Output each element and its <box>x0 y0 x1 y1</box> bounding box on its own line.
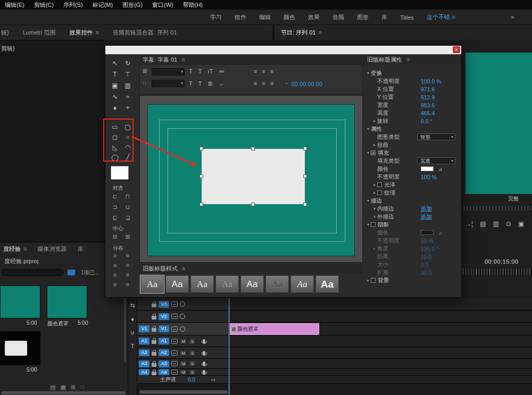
track-header[interactable]: A3A3MS <box>137 359 229 368</box>
playhead[interactable] <box>229 298 229 395</box>
property-row[interactable]: 不透明度50 % <box>364 237 461 245</box>
lock-icon[interactable] <box>152 363 156 367</box>
disclosure-icon[interactable]: ▸ <box>372 182 377 187</box>
track-target-button[interactable]: A1 <box>159 338 169 344</box>
track-settings-icon[interactable] <box>171 350 178 356</box>
title-style-swatch[interactable]: Aa <box>215 275 239 293</box>
center-vertical-icon[interactable]: ⊞ <box>125 233 130 240</box>
disclosure-icon[interactable]: ▾ <box>365 71 371 75</box>
type-tool-icon[interactable]: T <box>109 70 121 79</box>
title-style-swatch[interactable]: Aa <box>315 275 339 293</box>
track-output-icon[interactable] <box>180 314 185 319</box>
vertical-type-tool-icon[interactable]: ⊤ <box>122 70 134 79</box>
track-header[interactable]: A2A2MS <box>137 347 229 358</box>
menu-item[interactable]: 标记(M) <box>88 1 118 9</box>
dropdown[interactable]: 矩形▾ <box>417 133 455 140</box>
distribute-vertical-center-icon[interactable]: ≡ <box>124 264 131 267</box>
checkbox[interactable] <box>377 182 382 187</box>
property-row[interactable]: X 位置971.6 <box>364 85 461 93</box>
center-horizontal-icon[interactable]: ⊟ <box>112 233 117 240</box>
mic-icon[interactable] <box>203 362 205 366</box>
align-horizontal-left-icon[interactable]: ⊏ <box>112 193 117 200</box>
resize-handle[interactable] <box>303 174 307 178</box>
tab-audio-clip-mixer[interactable]: 音频剪辑混合器: 序列 01 <box>113 29 177 37</box>
drawn-rectangle[interactable] <box>202 149 305 204</box>
bold-icon[interactable]: T <box>189 68 193 74</box>
disclosure-icon[interactable]: ▸ <box>372 190 377 195</box>
add-stroke-link[interactable]: 添加 <box>421 205 432 213</box>
align-horizontal-right-icon[interactable]: ⊑ <box>112 214 117 221</box>
fit-label[interactable]: 完整 <box>508 195 519 203</box>
leading-icon[interactable]: ≣ <box>207 80 212 87</box>
mic-icon[interactable] <box>203 339 205 343</box>
solo-button[interactable]: S <box>189 338 196 344</box>
lock-icon[interactable] <box>152 316 156 320</box>
disclosure-icon[interactable]: ▸ <box>365 278 371 283</box>
tracking-icon[interactable]: ↔ <box>219 80 225 87</box>
tab-stops-icon[interactable]: ≡ <box>254 80 257 87</box>
track-header[interactable]: A1A1MS <box>137 335 229 347</box>
track-settings-icon[interactable] <box>171 314 178 319</box>
comparison-view-icon[interactable]: ▣ <box>518 220 524 228</box>
align-left-icon[interactable]: ≡ <box>254 68 257 74</box>
mute-button[interactable]: M <box>180 350 187 356</box>
tab-fragment[interactable]: 辑) <box>1 29 9 37</box>
workspace-tab[interactable]: 颜色 <box>277 13 302 21</box>
property-row[interactable]: 距离10.0 <box>364 253 461 260</box>
panel-menu-icon[interactable]: ≡ <box>95 29 98 36</box>
master-track-header[interactable]: 主声道 0.0 ↦ <box>137 376 229 383</box>
title-properties-header[interactable]: 旧版标题属性 ≡ <box>364 55 461 64</box>
panel-menu-icon[interactable]: ≡ <box>318 29 321 36</box>
disclosure-icon[interactable]: ▾ <box>365 127 371 131</box>
menu-item[interactable]: 剪辑(C) <box>29 1 59 9</box>
source-track-indicator[interactable]: A3 <box>139 360 149 367</box>
property-row[interactable]: ▾描边 <box>364 197 461 205</box>
sort-icon[interactable]: ∷ <box>80 384 84 391</box>
property-value[interactable]: 135.0 ° <box>421 246 438 252</box>
distribute-vertical-top-icon[interactable]: ≡ <box>124 254 131 257</box>
distribute-vertical-bottom-icon[interactable]: ≡ <box>124 273 131 276</box>
property-row[interactable]: ▾变换 <box>364 69 461 77</box>
resize-handle[interactable] <box>303 147 307 150</box>
track-settings-icon[interactable] <box>171 339 178 344</box>
property-row[interactable]: 不透明度100.0 % <box>364 77 461 85</box>
source-track-indicator[interactable]: A2 <box>139 349 149 356</box>
mic-icon[interactable] <box>203 370 205 374</box>
lock-icon[interactable] <box>152 352 156 356</box>
add-anchor-point-tool-icon[interactable]: + <box>122 103 134 113</box>
track-target-button[interactable]: A3 <box>159 360 169 367</box>
property-value[interactable]: 100.0 % <box>421 78 442 85</box>
workspace-tab[interactable]: 学习 <box>204 13 228 21</box>
resize-handle[interactable] <box>200 203 203 206</box>
pen-tool-icon[interactable]: ♦ <box>131 316 134 322</box>
panel-menu-icon[interactable]: ≡ <box>181 56 185 63</box>
property-row[interactable]: 扩展30.0 <box>364 268 461 276</box>
property-value[interactable]: 465.4 <box>421 110 435 116</box>
canvas-frame[interactable] <box>147 104 355 256</box>
distribute-horizontal-right-icon[interactable]: ≡ <box>113 272 117 278</box>
tab-effect-controls[interactable]: 效果控件≡ <box>69 29 98 37</box>
checkbox[interactable] <box>377 190 382 195</box>
source-track-indicator[interactable]: A4 <box>139 369 149 375</box>
disclosure-icon[interactable]: ▾ <box>365 198 371 203</box>
track-settings-icon[interactable] <box>171 301 178 307</box>
track-output-icon[interactable] <box>180 326 185 332</box>
dialog-titlebar[interactable]: × <box>105 46 461 54</box>
project-item-thumbnail[interactable] <box>0 285 40 318</box>
track-settings-icon[interactable] <box>171 369 178 375</box>
tab-lumetri-scopes[interactable]: Lumetri 范围 <box>23 29 56 37</box>
track-target-button[interactable]: A2 <box>159 349 169 356</box>
solo-button[interactable]: S <box>189 369 196 375</box>
add-stroke-link[interactable]: 添加 <box>421 213 432 221</box>
track-settings-icon[interactable] <box>171 326 178 332</box>
align-vertical-center-icon[interactable]: ⊔ <box>126 204 130 211</box>
property-row[interactable]: ▾属性 <box>364 125 461 133</box>
source-track-indicator[interactable]: V1 <box>139 325 149 332</box>
font-size-icon[interactable]: ıT <box>207 68 213 74</box>
vertical-path-type-tool-icon[interactable]: ≈ <box>122 92 134 102</box>
property-row[interactable]: ▸旋转0.0 ° <box>364 117 461 125</box>
timeline-hscroll[interactable] <box>139 390 228 394</box>
checkbox[interactable]: ✓ <box>371 150 376 155</box>
list-view-icon[interactable]: ▤ <box>50 384 55 391</box>
track-target-button[interactable]: V3 <box>159 301 169 308</box>
